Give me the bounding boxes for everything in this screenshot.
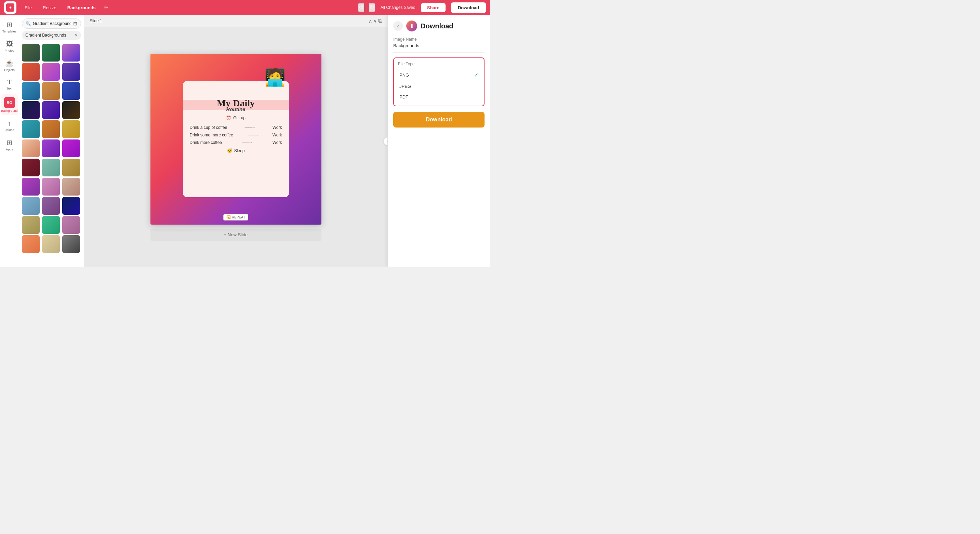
file-menu[interactable]: File bbox=[22, 4, 35, 12]
row1-right: Work bbox=[272, 125, 282, 130]
png-label: PNG bbox=[399, 73, 409, 78]
objects-label: Objects bbox=[4, 68, 15, 72]
row3-right: Work bbox=[272, 140, 282, 145]
swatch-19[interactable] bbox=[42, 159, 60, 176]
collapse-panel-button[interactable]: ‹ bbox=[383, 137, 387, 145]
sidebar-item-text[interactable]: T Text bbox=[1, 76, 18, 93]
routine-row-2: Drink some more coffee ——→ Work bbox=[190, 133, 282, 137]
row1-left: Drink a cup of coffee bbox=[190, 125, 228, 130]
routine-rows: Drink a cup of coffee ——→ Work Drink som… bbox=[190, 125, 282, 145]
file-type-png[interactable]: PNG ✓ bbox=[398, 69, 480, 81]
undo-button[interactable]: ↺ bbox=[358, 3, 364, 12]
swatch-3[interactable] bbox=[22, 63, 40, 81]
gradient-grid bbox=[19, 42, 84, 254]
file-type-pdf[interactable]: PDF bbox=[398, 92, 480, 102]
sidebar-item-upload[interactable]: ↑ Upload bbox=[1, 117, 18, 134]
row2-right: Work bbox=[272, 133, 282, 137]
swatch-29[interactable] bbox=[62, 216, 80, 234]
active-tag: Gradient Backgrounds × bbox=[22, 31, 81, 40]
redo-button[interactable]: ↻ bbox=[369, 3, 375, 12]
file-type-section: File Type PNG ✓ JPEG PDF bbox=[393, 57, 485, 106]
canvas-area: Slide 1 ∧ ∨ ⧉ 🧑‍💻 My Daily Routine bbox=[84, 15, 387, 267]
search-bar[interactable]: 🔍 ⊟ bbox=[22, 19, 81, 29]
photos-label: Photos bbox=[5, 49, 14, 52]
sidebar-item-apps[interactable]: ⊞ Apps bbox=[1, 136, 18, 154]
filter-icon[interactable]: ⊟ bbox=[73, 21, 77, 26]
swatch-23[interactable] bbox=[62, 178, 80, 195]
swatch-8[interactable] bbox=[62, 82, 80, 100]
file-type-jpeg[interactable]: JPEG bbox=[398, 81, 480, 92]
tag-close-icon[interactable]: × bbox=[75, 32, 78, 38]
swatch-2[interactable] bbox=[62, 44, 80, 62]
canvas-wrapper: 🧑‍💻 My Daily Routine ⏰ Get up Drink bbox=[144, 27, 328, 267]
photos-icon: 🖼 bbox=[6, 40, 13, 48]
swatch-30[interactable] bbox=[22, 235, 40, 253]
logo-inner: ✦ bbox=[6, 3, 14, 12]
swatch-7[interactable] bbox=[42, 82, 60, 100]
download-top-button[interactable]: Download bbox=[451, 2, 486, 13]
swatch-14[interactable] bbox=[62, 120, 80, 138]
swatch-1[interactable] bbox=[42, 44, 60, 62]
image-name-value: Backgrounds bbox=[393, 43, 485, 52]
slide-copy-button[interactable]: ⧉ bbox=[378, 18, 382, 24]
swatch-28[interactable] bbox=[42, 216, 60, 234]
swatch-11[interactable] bbox=[62, 101, 80, 119]
swatch-0[interactable] bbox=[22, 44, 40, 62]
repeat-badge: 🔁 REPEAT bbox=[223, 214, 248, 221]
undo-redo-group: ↺ ↻ bbox=[358, 3, 375, 12]
topbar: ✦ File Resize Backgrounds ✏ ↺ ↻ All Chan… bbox=[0, 0, 490, 15]
swatch-22[interactable] bbox=[42, 178, 60, 195]
swatch-32[interactable] bbox=[62, 235, 80, 253]
sidebar-item-templates[interactable]: ⊞ Templates bbox=[1, 18, 18, 36]
swatch-13[interactable] bbox=[42, 120, 60, 138]
swatch-9[interactable] bbox=[22, 101, 40, 119]
swatch-21[interactable] bbox=[22, 178, 40, 195]
card-title-area: My Daily Routine bbox=[217, 98, 255, 113]
swatch-15[interactable] bbox=[22, 140, 40, 157]
swatch-18[interactable] bbox=[22, 159, 40, 176]
swatch-26[interactable] bbox=[62, 197, 80, 215]
swatch-10[interactable] bbox=[42, 101, 60, 119]
swatch-24[interactable] bbox=[22, 197, 40, 215]
slide-down-button[interactable]: ∨ bbox=[374, 18, 377, 24]
routine-row-1: Drink a cup of coffee ——→ Work bbox=[190, 125, 282, 130]
sidebar-item-objects[interactable]: ☕ Objects bbox=[1, 56, 18, 75]
sidebar-item-background[interactable]: BG Background bbox=[1, 94, 18, 115]
repeat-icon: 🔁 bbox=[226, 215, 231, 219]
swatch-5[interactable] bbox=[62, 63, 80, 81]
row2-left: Drink some more coffee bbox=[190, 133, 233, 137]
upload-label: Upload bbox=[5, 128, 14, 132]
repeat-label: REPEAT bbox=[232, 215, 245, 219]
swatch-12[interactable] bbox=[22, 120, 40, 138]
left-sidebar: ⊞ Templates 🖼 Photos ☕ Objects T Text BG… bbox=[0, 15, 19, 267]
templates-label: Templates bbox=[2, 30, 16, 33]
download-final-button[interactable]: Download bbox=[393, 112, 485, 127]
download-back-button[interactable]: ‹ bbox=[393, 21, 403, 31]
row3-arrow: ——→ bbox=[242, 140, 252, 145]
swatch-31[interactable] bbox=[42, 235, 60, 253]
swatch-25[interactable] bbox=[42, 197, 60, 215]
row3-left: Drink more coffee bbox=[190, 140, 222, 145]
share-button[interactable]: Share bbox=[421, 3, 445, 12]
swatch-6[interactable] bbox=[22, 82, 40, 100]
swatch-27[interactable] bbox=[22, 216, 40, 234]
new-slide-button[interactable]: + New Slide bbox=[150, 229, 321, 241]
jpeg-label: JPEG bbox=[399, 84, 411, 89]
swatch-17[interactable] bbox=[62, 140, 80, 157]
sleep-row: 😴 Sleep bbox=[227, 148, 245, 153]
sleep-icon: 😴 bbox=[227, 148, 232, 153]
resize-menu[interactable]: Resize bbox=[40, 4, 59, 12]
app-logo[interactable]: ✦ bbox=[4, 2, 16, 14]
search-input[interactable] bbox=[33, 21, 71, 26]
sidebar-item-photos[interactable]: 🖼 Photos bbox=[1, 37, 18, 55]
slide-up-button[interactable]: ∧ bbox=[369, 18, 372, 24]
download-icon-circle: ⬇ bbox=[406, 21, 417, 32]
backgrounds-panel: 🔍 ⊟ Gradient Backgrounds × bbox=[19, 15, 84, 267]
backgrounds-menu[interactable]: Backgrounds bbox=[65, 4, 99, 12]
text-icon: T bbox=[7, 79, 11, 86]
slide-canvas[interactable]: 🧑‍💻 My Daily Routine ⏰ Get up Drink bbox=[150, 54, 321, 225]
swatch-4[interactable] bbox=[42, 63, 60, 81]
swatch-20[interactable] bbox=[62, 159, 80, 176]
swatch-16[interactable] bbox=[42, 140, 60, 157]
get-up-label: Get up bbox=[233, 116, 245, 120]
